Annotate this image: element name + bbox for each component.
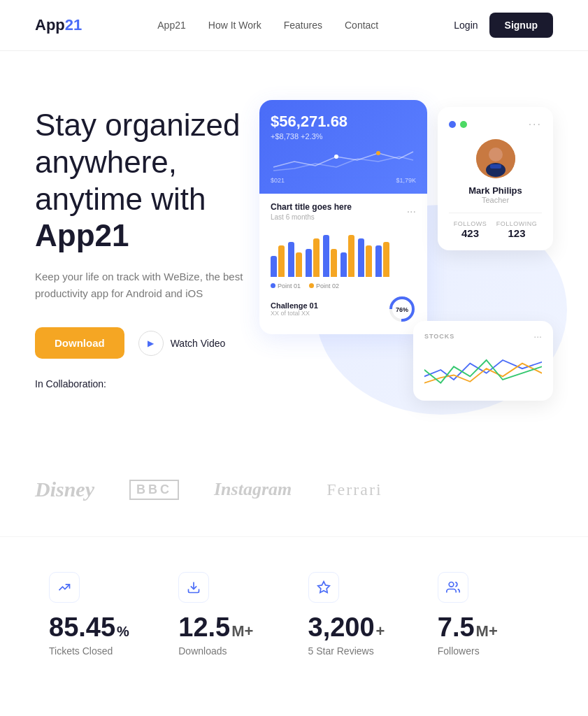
nav-link-features[interactable]: Features bbox=[284, 20, 322, 31]
follows-label: FOLLOWS bbox=[454, 220, 487, 227]
hero-text: Stay organized anywhere, anytime with Ap… bbox=[35, 93, 245, 389]
chart-subtitle: Last 6 months bbox=[271, 213, 352, 221]
nav-links: App21 How It Work Features Contact bbox=[157, 20, 378, 31]
challenge-row: Challenge 01 XX of total XX 76% bbox=[271, 289, 416, 326]
nav-logo: App21 bbox=[35, 16, 82, 34]
bar-group-6 bbox=[358, 238, 372, 277]
download-icon-wrap bbox=[178, 572, 209, 603]
stat-number-followers: 7.5M+ bbox=[438, 613, 539, 643]
nav-link-app21[interactable]: App21 bbox=[157, 20, 185, 31]
people-icon bbox=[446, 580, 460, 594]
bar-orange-6 bbox=[366, 245, 372, 277]
chart-title: Chart title goes here bbox=[271, 202, 352, 212]
bar-orange-5 bbox=[348, 235, 354, 277]
stat-number-tickets: 85.45% bbox=[49, 613, 150, 643]
chart-icon bbox=[57, 580, 71, 594]
bbc-logo: BBC bbox=[129, 480, 179, 500]
nav-actions: Login Signup bbox=[454, 13, 553, 38]
chart-x-labels: $021$1,79K bbox=[271, 177, 416, 184]
nav-link-how[interactable]: How It Work bbox=[208, 20, 261, 31]
star-icon-wrap bbox=[308, 572, 339, 603]
hero-visuals: $56,271.68 +$8,738 +2.3% $021$1,79K bbox=[245, 93, 553, 415]
nav-link-contact[interactable]: Contact bbox=[345, 20, 378, 31]
bar-chart bbox=[271, 228, 416, 277]
following-label: FOLLOWING bbox=[496, 220, 538, 227]
ferrari-logo: Ferrari bbox=[327, 480, 382, 499]
chart-icon-wrap bbox=[49, 572, 80, 603]
download-button[interactable]: Download bbox=[35, 327, 124, 359]
download-icon bbox=[187, 580, 201, 594]
collab-section: Disney BBC Instagram Ferrari bbox=[0, 443, 588, 536]
profile-top: ··· bbox=[449, 118, 542, 131]
navbar: App21 App21 How It Work Features Contact… bbox=[0, 0, 588, 51]
stocks-menu-dots[interactable]: ··· bbox=[533, 331, 542, 342]
stat-reviews: 3,200+ 5 Star Reviews bbox=[294, 572, 424, 657]
profile-menu-dots[interactable]: ··· bbox=[529, 118, 542, 131]
hero-buttons: Download ▶ Watch Video bbox=[35, 327, 245, 359]
stocks-title: STOCKS bbox=[424, 333, 454, 340]
stat-number-downloads: 12.5M+ bbox=[178, 613, 280, 643]
chart-change: +$8,738 +2.3% bbox=[271, 132, 416, 141]
hero-section: Stay organized anywhere, anytime with Ap… bbox=[0, 51, 588, 443]
profile-stats: FOLLOWS 423 FOLLOWING 123 bbox=[449, 213, 542, 239]
bar-orange-1 bbox=[278, 245, 285, 277]
legend-item-1: Point 01 bbox=[271, 282, 301, 289]
bar-orange-4 bbox=[331, 249, 337, 277]
stats-section: 85.45% Tickets Closed 12.5M+ Downloads 3… bbox=[0, 536, 588, 699]
bar-blue-2 bbox=[288, 242, 294, 277]
legend-item-2: Point 02 bbox=[309, 282, 339, 289]
bar-blue-5 bbox=[340, 252, 347, 277]
signup-button[interactable]: Signup bbox=[489, 13, 553, 38]
bar-blue-3 bbox=[306, 249, 312, 277]
collab-label: In Collaboration: bbox=[35, 378, 245, 389]
indicator-green bbox=[460, 121, 467, 128]
login-button[interactable]: Login bbox=[454, 20, 478, 31]
challenge-sub: XX of total XX bbox=[271, 310, 318, 317]
follows-count: 423 bbox=[454, 227, 487, 239]
bar-blue-7 bbox=[375, 245, 382, 277]
bar-group-4 bbox=[323, 235, 337, 277]
challenge-label: Challenge 01 bbox=[271, 301, 318, 310]
profile-name: Mark Philips bbox=[449, 185, 542, 196]
collab-logos: Disney BBC Instagram Ferrari bbox=[35, 478, 553, 501]
svg-marker-10 bbox=[317, 582, 329, 593]
following-count: 123 bbox=[496, 227, 538, 239]
stocks-svg bbox=[424, 349, 542, 391]
chart-mini-line bbox=[271, 146, 416, 174]
profile-follows: FOLLOWS 423 bbox=[454, 220, 487, 239]
profile-following: FOLLOWING 123 bbox=[496, 220, 538, 239]
instagram-logo: Instagram bbox=[214, 479, 292, 500]
bar-blue-1 bbox=[271, 256, 277, 277]
chart-menu-dots[interactable]: ··· bbox=[407, 206, 416, 218]
stat-desc-tickets: Tickets Closed bbox=[49, 645, 150, 657]
bar-blue-4 bbox=[323, 235, 329, 277]
hero-title: Stay organized anywhere, anytime with Ap… bbox=[35, 107, 245, 255]
svg-rect-8 bbox=[490, 164, 501, 169]
watch-video-button[interactable]: ▶ Watch Video bbox=[138, 331, 226, 356]
challenge-info: Challenge 01 XX of total XX bbox=[271, 301, 318, 317]
chart-header: $56,271.68 +$8,738 +2.3% $021$1,79K bbox=[259, 100, 427, 194]
bar-blue-6 bbox=[358, 238, 364, 277]
hero-subtitle: Keep your life on track with WeBize, the… bbox=[35, 268, 245, 302]
indicator-blue bbox=[449, 121, 456, 128]
mini-line-svg bbox=[271, 146, 416, 174]
profile-indicators bbox=[449, 121, 467, 128]
stat-desc-followers: Followers bbox=[438, 645, 539, 657]
stat-desc-reviews: 5 Star Reviews bbox=[308, 645, 410, 657]
people-icon-wrap bbox=[438, 572, 468, 603]
chart-amount: $56,271.68 bbox=[271, 113, 416, 131]
profile-avatar bbox=[476, 139, 515, 178]
svg-point-7 bbox=[489, 148, 503, 162]
bar-group-1 bbox=[271, 245, 285, 277]
star-icon bbox=[317, 580, 331, 594]
stocks-header: STOCKS ··· bbox=[424, 331, 542, 342]
avatar-svg bbox=[476, 139, 515, 178]
bar-group-2 bbox=[288, 242, 302, 277]
chart-body: Chart title goes here Last 6 months ··· bbox=[259, 194, 427, 334]
stat-downloads: 12.5M+ Downloads bbox=[164, 572, 294, 657]
progress-circle: 76% bbox=[388, 295, 416, 323]
bar-orange-7 bbox=[383, 242, 389, 277]
svg-point-0 bbox=[334, 155, 338, 159]
stat-desc-downloads: Downloads bbox=[178, 645, 280, 657]
disney-logo: Disney bbox=[35, 478, 94, 501]
